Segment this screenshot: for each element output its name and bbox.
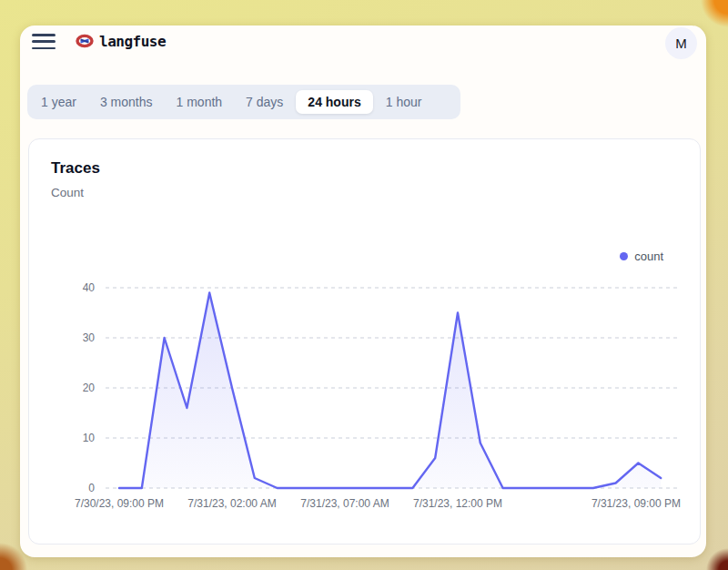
x-axis-tick-label: 7/30/23, 09:00 PM [75,497,164,510]
y-axis-tick-label: 30 [83,331,96,344]
tab-24-hours[interactable]: 24 hours [296,90,372,114]
time-range-tab-bar: 1 year 3 months 1 month 7 days 24 hours … [27,85,460,119]
x-axis-tick-label: 7/31/23, 12:00 PM [413,497,502,510]
tab-3-months[interactable]: 3 months [100,95,153,109]
traces-chart-card: Traces Count count 0102030407/30/23, 09:… [28,138,701,545]
decorative-gradient-frame: langfuse M 1 year 3 months 1 month 7 day… [0,0,728,570]
tab-1-month[interactable]: 1 month [177,95,223,109]
hamburger-menu-icon[interactable] [32,34,56,49]
count-series-area [119,293,661,489]
tab-1-year[interactable]: 1 year [41,95,76,109]
x-axis-tick-label: 7/31/23, 07:00 AM [300,497,389,510]
brand-title: langfuse [99,33,166,50]
x-axis-tick-label: 7/31/23, 02:00 AM [187,497,276,510]
y-axis-tick-label: 20 [83,382,96,394]
app-window: langfuse M 1 year 3 months 1 month 7 day… [20,25,706,557]
traces-area-chart[interactable]: 0102030407/30/23, 09:00 PM7/31/23, 02:00… [29,139,702,545]
y-axis-tick-label: 10 [83,432,96,444]
y-axis-tick-label: 0 [88,482,95,494]
y-axis-tick-label: 40 [83,281,96,294]
tab-1-hour[interactable]: 1 hour [386,95,422,109]
tab-7-days[interactable]: 7 days [246,95,283,109]
x-axis-tick-label: 7/31/23, 09:00 PM [592,497,681,510]
user-avatar[interactable]: M [665,27,697,59]
top-navigation-bar: langfuse M [20,25,706,76]
langfuse-knot-logo-icon [76,32,94,50]
